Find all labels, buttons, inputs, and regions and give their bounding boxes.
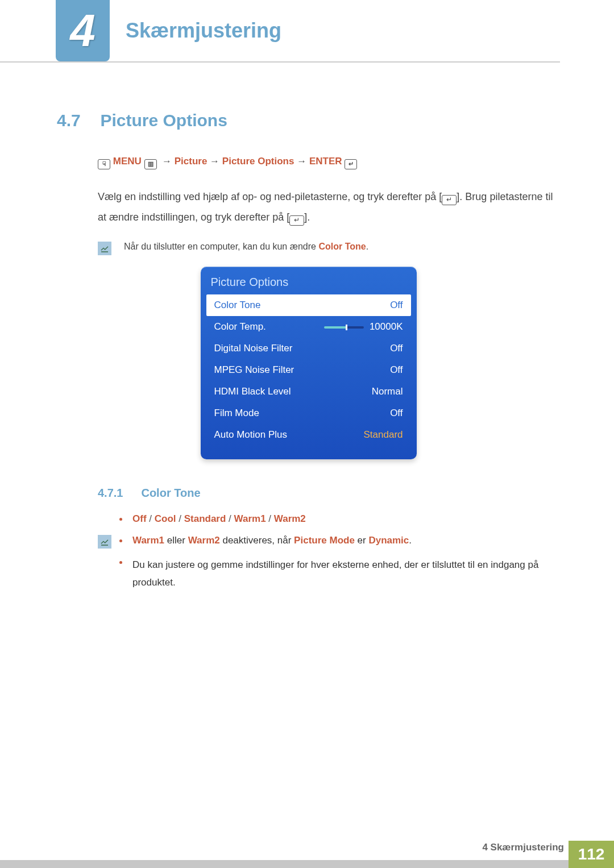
bullet-icon (119, 561, 122, 564)
subsection-number: 4.7.1 (98, 487, 139, 500)
arrow-icon: → (210, 156, 219, 167)
osd-title: Picture Options (211, 276, 406, 289)
body-paragraph: Vælg en indstilling ved hjælp af op- og … (98, 186, 560, 227)
osd-label: HDMI Black Level (214, 386, 291, 397)
osd-value: Standard (364, 429, 403, 441)
osd-value: 10000K (370, 321, 403, 332)
osd-row-hdmi-black[interactable]: HDMI Black Level Normal (206, 381, 411, 402)
note-row: Når du tilslutter en computer, kan du ku… (98, 242, 560, 255)
enter-icon: ↵ (442, 195, 457, 205)
footer-accent (0, 860, 56, 868)
osd-row-mpeg-noise[interactable]: MPEG Noise Filter Off (206, 359, 411, 381)
page-footer: 4 Skærmjustering 112 (0, 841, 614, 868)
bullet-icon (119, 518, 122, 521)
osd-row-film-mode[interactable]: Film Mode Off (206, 402, 411, 424)
chapter-header: 4 Skærmjustering (0, 0, 560, 63)
enter-icon: ↵ (345, 159, 357, 169)
osd-label: Color Temp. (214, 321, 266, 333)
bullet-icon (119, 539, 122, 542)
osd-row-color-temp[interactable]: Color Temp. 10000K (206, 316, 411, 338)
bullet-save-note: Du kan justere og gemme indstillinger fo… (119, 556, 560, 591)
chapter-title: Skærmjustering (126, 19, 281, 43)
osd-value: Off (390, 408, 403, 419)
section-title: Picture Options (100, 111, 227, 130)
nav-picture-options: Picture Options (222, 156, 294, 167)
remote-icon: ☟ (98, 159, 110, 169)
nav-enter: ENTER (309, 156, 342, 167)
nav-menu: MENU (113, 156, 142, 167)
section-number: 4.7 (57, 111, 98, 130)
slider-icon (324, 326, 364, 329)
osd-row-auto-motion[interactable]: Auto Motion Plus Standard (206, 424, 411, 446)
osd-value: Off (390, 364, 403, 376)
chapter-number: 4 (70, 5, 96, 57)
note-icon (98, 242, 111, 255)
page-number: 112 (569, 841, 614, 868)
note-text: Når du tilslutter en computer, kan du ku… (124, 242, 368, 252)
osd-value: Normal (372, 386, 403, 397)
bullet-list: Off / Cool / Standard / Warm1 / Warm2 Wa… (119, 513, 560, 591)
subsection-heading: 4.7.1 Color Tone (98, 487, 560, 500)
body-p1a: Vælg en indstilling ved hjælp af op- og … (98, 191, 442, 202)
enter-icon: ↵ (289, 215, 304, 226)
osd-label: Digital Noise Filter (214, 343, 293, 354)
note-icon (98, 535, 111, 549)
bullet-warm-note: Warm1 eller Warm2 deaktiveres, når Pictu… (119, 535, 560, 546)
osd-row-digital-noise[interactable]: Digital Noise Filter Off (206, 338, 411, 359)
osd-row-color-tone[interactable]: Color Tone Off (206, 294, 411, 316)
body-p1c: ]. (304, 211, 310, 223)
footer-chapter-label: 4 Skærmjustering (56, 841, 569, 868)
osd-label: MPEG Noise Filter (214, 364, 294, 376)
arrow-icon: → (162, 156, 172, 167)
subsection-title: Color Tone (141, 487, 200, 500)
osd-label: Color Tone (214, 300, 261, 311)
arrow-icon: → (297, 156, 306, 167)
nav-picture: Picture (175, 156, 208, 167)
menu-navigation-path: ☟ MENU ▥ → Picture → Picture Options → E… (98, 156, 560, 169)
osd-value: Off (390, 300, 403, 311)
osd-label: Film Mode (214, 408, 259, 419)
osd-label: Auto Motion Plus (214, 429, 288, 441)
section-heading: 4.7 Picture Options (57, 111, 560, 130)
osd-value-wrap: 10000K (324, 321, 403, 333)
menu-grid-icon: ▥ (144, 159, 157, 169)
bullet-options: Off / Cool / Standard / Warm1 / Warm2 (119, 513, 560, 525)
osd-menu: Picture Options Color Tone Off Color Tem… (201, 267, 417, 459)
chapter-number-badge: 4 (56, 0, 110, 61)
osd-value: Off (390, 343, 403, 354)
